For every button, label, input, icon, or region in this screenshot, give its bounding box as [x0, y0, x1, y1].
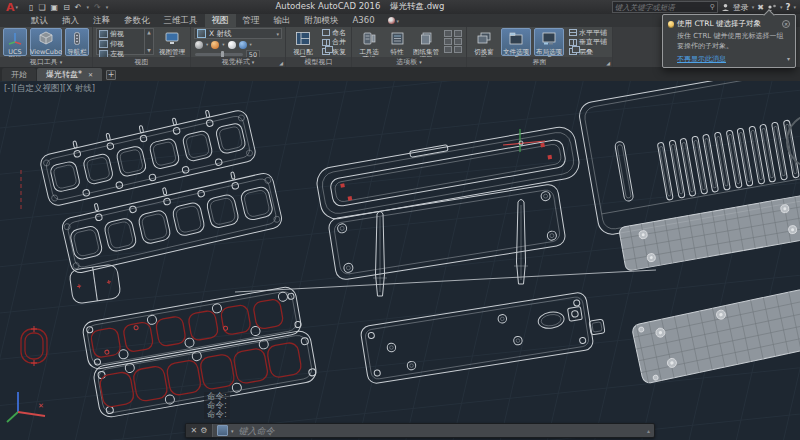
tile-horizontally-button[interactable]: 水平平铺: [567, 28, 609, 38]
palette-mini-icon[interactable]: [444, 30, 452, 37]
named-viewports-button[interactable]: 命名: [320, 28, 348, 38]
visual-style-dropdown[interactable]: X 射线 ▾: [194, 28, 282, 39]
panel-label-visual-styles[interactable]: 视觉样式▾ ◢: [191, 57, 285, 67]
help-button[interactable]: ?: [786, 2, 791, 12]
xray-opacity-slider[interactable]: [195, 53, 243, 56]
tooltip-expand-icon[interactable]: ▾: [787, 55, 790, 62]
sheet-set-manager-button[interactable]: 图纸集管理器: [411, 28, 441, 56]
recent-commands-caret-icon[interactable]: ▾: [231, 428, 234, 434]
new-drawing-tab-button[interactable]: +: [106, 70, 116, 80]
signin-caret-icon[interactable]: ▾: [752, 4, 755, 10]
search-input[interactable]: [613, 3, 710, 12]
drawing-viewport[interactable]: ✕ [-][自定义视图][X 射线] 命令: 命令: 命令: ✕ ⚙ ▾ ▴: [0, 81, 800, 440]
effect-caret-icon[interactable]: ▾: [222, 42, 224, 47]
view-manager-button[interactable]: 视图管理器: [157, 28, 187, 56]
edge-effect-icon[interactable]: [211, 41, 219, 49]
file-tabs-icon: [509, 30, 523, 49]
ucs-icon-toggle-button[interactable]: UCS 图标: [3, 28, 27, 56]
file-tabs-toggle-button[interactable]: 文件选项卡: [501, 28, 531, 56]
qat-customize-icon[interactable]: ▾: [106, 4, 109, 10]
restore-viewports-button[interactable]: 恢复: [320, 47, 348, 57]
cascade-button[interactable]: 层叠: [567, 47, 609, 57]
cad-red-grommet[interactable]: [21, 326, 47, 366]
cad-bracket-left[interactable]: [373, 212, 387, 297]
panel-caret-icon: ▾: [419, 59, 422, 65]
viewcube-toggle-button[interactable]: ViewCube: [30, 28, 62, 56]
redo-icon[interactable]: ↷: [94, 3, 101, 12]
panel-label-interface[interactable]: 界面 ◢: [467, 57, 612, 67]
tab-manage[interactable]: 管理: [236, 14, 267, 27]
tab-default[interactable]: 默认: [24, 14, 55, 27]
command-customize-icon[interactable]: ⚙: [200, 426, 207, 435]
tab-output[interactable]: 输出: [267, 14, 298, 27]
dont-show-again-link[interactable]: 不再显示此消息: [677, 54, 726, 64]
app-menu-button[interactable]: A ▾: [0, 0, 24, 14]
panel-label-viewport-tools[interactable]: 视口工具▾: [0, 57, 92, 67]
share-caret-icon[interactable]: ▾: [780, 4, 783, 10]
tab-insert[interactable]: 插入: [55, 14, 86, 27]
palette-mini-icon[interactable]: [454, 30, 462, 37]
tab-annotate[interactable]: 注释: [86, 14, 117, 27]
tab-3dtools[interactable]: 三维工具: [157, 14, 205, 27]
tab-addins[interactable]: 附加模块: [298, 14, 346, 27]
cad-canvas[interactable]: ✕: [0, 81, 800, 440]
exchange-apps-icon[interactable]: ✖: [757, 3, 764, 12]
properties-palette-button[interactable]: 特性: [386, 28, 408, 56]
palette-mini-icon[interactable]: [454, 38, 462, 45]
help-caret-icon[interactable]: ▾: [793, 4, 796, 10]
scroll-up-icon[interactable]: ▲: [147, 30, 150, 35]
effect-caret-icon[interactable]: ▾: [206, 42, 208, 47]
tab-view[interactable]: 视图: [205, 14, 236, 27]
material-effect-icon[interactable]: [239, 41, 247, 49]
panel-launcher-icon[interactable]: ◢: [606, 60, 610, 66]
panel-launcher-icon[interactable]: ◢: [279, 60, 283, 66]
navbar-toggle-button[interactable]: 导航栏: [65, 28, 89, 56]
tool-palettes-icon: [363, 30, 376, 49]
cad-long-edge-line[interactable]: [235, 270, 656, 292]
file-tab-start[interactable]: 开始: [2, 68, 36, 81]
view-gallery-scrollbar[interactable]: ▲ ▼: [144, 29, 153, 54]
ucs-icon[interactable]: ✕: [7, 392, 45, 422]
tab-close-icon[interactable]: ✕: [88, 71, 93, 78]
view-item-top[interactable]: 俯视: [97, 29, 144, 39]
signin-button[interactable]: 登录: [733, 2, 749, 13]
panel-label-model-viewports[interactable]: 模型视口: [286, 57, 351, 67]
command-input[interactable]: [237, 425, 644, 437]
layout-tabs-toggle-button[interactable]: 布局选项卡: [534, 28, 564, 56]
switch-windows-button[interactable]: 切换窗口: [470, 28, 498, 56]
undo-caret-icon[interactable]: ▾: [87, 4, 90, 10]
palette-mini-icon[interactable]: [444, 46, 452, 53]
palette-mini-icon[interactable]: [454, 46, 462, 53]
tab-parametric[interactable]: 参数化: [117, 14, 157, 27]
panel-label-palettes[interactable]: 选项板▾: [352, 57, 466, 67]
cad-plate-frame-top[interactable]: [37, 102, 257, 207]
plot-icon[interactable]: ⊟: [63, 3, 70, 12]
command-bar-grip[interactable]: ✕ ⚙: [186, 424, 213, 437]
command-resize-icon[interactable]: ▴: [647, 427, 650, 434]
palette-mini-icon[interactable]: [444, 38, 452, 45]
shadow-effect-icon[interactable]: [228, 41, 236, 49]
viewport-controls[interactable]: [-][自定义视图][X 射线]: [4, 83, 95, 95]
view-item-bottom[interactable]: 仰视: [97, 39, 144, 49]
ribbon-extra-icon[interactable]: [388, 17, 395, 24]
search-icon[interactable]: ⚲: [710, 3, 717, 11]
panel-label-views[interactable]: 视图: [93, 57, 190, 67]
scroll-down-icon[interactable]: ▼: [147, 48, 150, 53]
ribbon-display-caret-icon[interactable]: ▾: [397, 18, 400, 24]
tool-palettes-button[interactable]: 工具选项板: [355, 28, 383, 56]
open-file-icon[interactable]: ❏: [38, 3, 45, 12]
face-effect-icon[interactable]: [195, 41, 203, 49]
cad-arc-detail[interactable]: [787, 114, 800, 168]
cad-mesh-panel-bottom[interactable]: [631, 274, 800, 384]
effect-caret-icon[interactable]: ▾: [250, 42, 252, 47]
save-icon[interactable]: ▣: [51, 3, 59, 12]
viewport-config-button[interactable]: 视口配置: [289, 28, 317, 56]
tab-a360[interactable]: A360: [346, 14, 382, 27]
new-file-icon[interactable]: ▯: [29, 3, 33, 12]
command-prompt-icon[interactable]: [217, 425, 228, 436]
command-close-icon[interactable]: ✕: [191, 426, 198, 435]
app-title: Autodesk AutoCAD 2016: [276, 1, 381, 11]
tooltip-close-icon[interactable]: ✕: [782, 20, 790, 28]
undo-icon[interactable]: ↶: [75, 3, 82, 12]
file-tab-active[interactable]: 爆光转盘* ✕: [37, 68, 102, 81]
